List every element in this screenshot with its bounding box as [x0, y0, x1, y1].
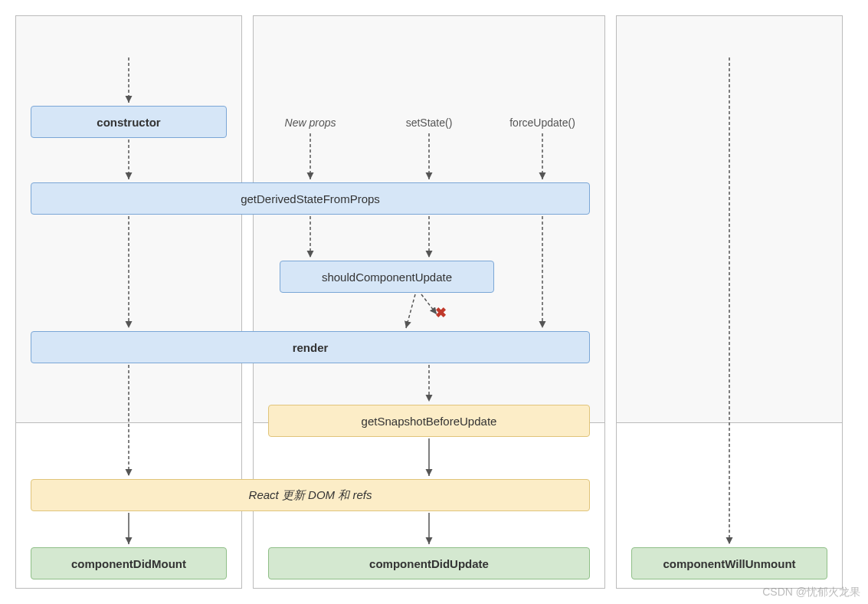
box-cdm: componentDidMount: [31, 547, 227, 579]
box-gsbu: getSnapshotBeforeUpdate: [268, 405, 590, 437]
column-unmount: 卸载时: [616, 15, 843, 589]
box-render: render: [31, 331, 590, 363]
box-cdu: componentDidUpdate: [268, 547, 590, 579]
label-set-state: setState(): [387, 113, 471, 132]
box-react-updates-text: React 更新 DOM 和 refs: [249, 488, 372, 503]
box-constructor: constructor: [31, 106, 227, 138]
label-force-update: forceUpdate(): [496, 113, 588, 132]
watermark: CSDN @忧郁火龙果: [762, 586, 860, 599]
box-scu: shouldComponentUpdate: [280, 261, 494, 293]
lifecycle-diagram: 挂载时 更新时 卸载时 constructor New props setSta…: [15, 15, 853, 589]
box-cwu: componentWillUnmount: [631, 547, 827, 579]
label-new-props-text: New props: [285, 117, 336, 129]
box-gdsfp: getDerivedStateFromProps: [31, 182, 590, 215]
label-new-props: New props: [268, 113, 352, 132]
box-react-updates: React 更新 DOM 和 refs: [31, 479, 590, 511]
cross-icon: ✖: [435, 304, 447, 321]
